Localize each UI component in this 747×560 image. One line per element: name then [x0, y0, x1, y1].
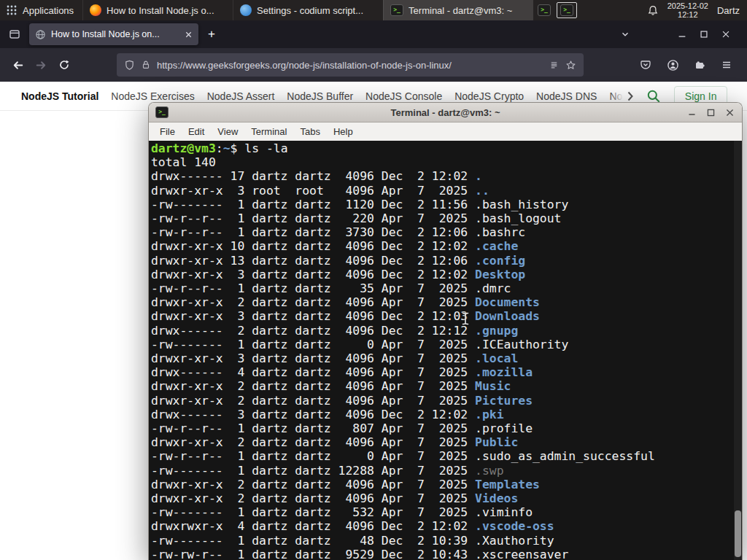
browser-tab[interactable]: How to Install Node.js on...	[29, 23, 198, 45]
tracking-protection-shield-icon[interactable]	[124, 60, 135, 71]
tray-terminal-indicator[interactable]: >_	[557, 2, 577, 18]
taskbar-button-label: How to Install Node.js o...	[107, 5, 226, 16]
toolbar-right-icons	[634, 53, 741, 77]
terminal-line: drwx------ 3 dartz dartz 4096 Dec 2 12:0…	[151, 408, 742, 421]
terminal-line: dartz@vm3:~$ ls -la	[151, 141, 742, 155]
menu-help[interactable]: Help	[327, 126, 360, 137]
terminal-screen[interactable]: dartz@vm3:~$ ls -latotal 140drwx------ 1…	[149, 141, 742, 560]
terminal-line: -rw------- 1 dartz dartz 0 Apr 7 2025 .I…	[151, 338, 742, 351]
terminal-app-icon: >_	[155, 106, 169, 118]
site-nav-item[interactable]: NodeJS Crypto	[454, 90, 524, 102]
extensions-icon[interactable]	[688, 53, 711, 77]
terminal-scrollbar-thumb[interactable]	[735, 510, 741, 557]
panel-clock[interactable]: 2025-12-02 12:12	[667, 1, 708, 20]
tab-title: How to Install Node.js on...	[51, 29, 179, 39]
search-icon[interactable]	[646, 89, 661, 104]
back-button[interactable]	[6, 53, 29, 77]
terminal-line: -rw------- 1 dartz dartz 1120 Dec 2 11:5…	[151, 198, 742, 211]
terminal-output: dartz@vm3:~$ ls -latotal 140drwx------ 1…	[149, 141, 742, 560]
menu-tabs[interactable]: Tabs	[293, 126, 326, 137]
taskbar-button-label: Settings - codium script...	[257, 5, 376, 16]
terminal-menu-bar: File Edit View Terminal Tabs Help	[149, 122, 742, 141]
terminal-line: -rw------- 1 dartz dartz 48 Dec 2 10:39 …	[151, 534, 742, 548]
terminal-line: drwxr-xr-x 13 dartz dartz 4096 Dec 2 12:…	[151, 254, 742, 268]
terminal-line: -rw-r--r-- 1 dartz dartz 35 Apr 7 2025 .…	[151, 281, 742, 295]
firefox-view-icon[interactable]	[4, 24, 25, 44]
terminal-window-controls	[687, 103, 735, 122]
tab-bar-controls	[614, 24, 743, 44]
terminal-line: drwxr-xr-x 3 dartz dartz 4096 Dec 2 12:0…	[151, 309, 742, 323]
terminal-line: drwxr-xr-x 2 dartz dartz 4096 Apr 7 2025…	[151, 394, 742, 408]
menu-hamburger-icon[interactable]	[715, 53, 738, 77]
terminal-close-button[interactable]	[725, 108, 735, 117]
browser-toolbar: https://www.geeksforgeeks.org/node-js/in…	[0, 48, 747, 82]
terminal-window-title: Terminal - dartz@vm3: ~	[149, 107, 742, 118]
terminal-line: drwxr-xr-x 2 dartz dartz 4096 Apr 7 2025…	[151, 379, 742, 393]
site-nav-item[interactable]: NodeJS Exercises	[111, 90, 194, 102]
window-minimize-button[interactable]	[671, 24, 693, 44]
clock-date: 2025-12-02	[667, 1, 708, 11]
terminal-line: drwxr-xr-x 10 dartz dartz 4096 Dec 2 12:…	[151, 239, 742, 253]
terminal-scrollbar[interactable]	[734, 141, 742, 560]
menu-view[interactable]: View	[211, 126, 244, 137]
window-close-button[interactable]	[715, 24, 737, 44]
terminal-line: drwxr-xr-x 3 root root 4096 Apr 7 2025 .…	[151, 184, 742, 198]
applications-menu[interactable]: Applications	[0, 0, 82, 20]
panel-right-area: 2025-12-02 12:12 Dartz	[647, 0, 747, 20]
terminal-line: -rw-r--r-- 1 dartz dartz 3730 Dec 2 12:0…	[151, 225, 742, 239]
terminal-line: -rw------- 1 dartz dartz 532 Apr 7 2025 …	[151, 505, 742, 519]
system-tray: >_ >_	[538, 0, 577, 20]
terminal-window: >_ Terminal - dartz@vm3: ~ File Edit Vie…	[148, 102, 743, 560]
site-nav-item[interactable]: NodeJS Tutorial	[21, 90, 98, 102]
codium-icon	[240, 4, 252, 16]
menu-file[interactable]: File	[153, 126, 182, 137]
terminal-line: -rw-rw-r-- 1 dartz dartz 9529 Dec 2 10:4…	[151, 548, 742, 560]
browser-tab-bar: How to Install Node.js on... +	[0, 20, 747, 48]
taskbar-button-browser[interactable]: How to Install Node.js o...	[82, 0, 233, 20]
url-bar[interactable]: https://www.geeksforgeeks.org/node-js/in…	[117, 53, 584, 77]
terminal-title-bar[interactable]: >_ Terminal - dartz@vm3: ~	[149, 103, 742, 122]
applications-icon	[6, 4, 18, 16]
terminal-line: drwxrwxr-x 4 dartz dartz 4096 Dec 2 12:0…	[151, 519, 742, 533]
list-all-tabs-icon[interactable]	[614, 24, 636, 44]
bookmark-star-icon[interactable]	[565, 60, 576, 71]
menu-edit[interactable]: Edit	[182, 126, 211, 137]
terminal-line: drwxr-xr-x 2 dartz dartz 4096 Apr 7 2025…	[151, 435, 742, 449]
reader-mode-icon[interactable]	[549, 60, 560, 71]
new-tab-button[interactable]: +	[201, 24, 222, 44]
site-nav-item[interactable]: NodeJS Console	[365, 90, 442, 102]
globe-favicon	[35, 29, 46, 40]
forward-button[interactable]	[29, 53, 53, 77]
terminal-maximize-button[interactable]	[706, 108, 716, 117]
terminal-line: total 140	[151, 155, 742, 169]
site-nav-item[interactable]: NodeJS Assert	[207, 90, 275, 102]
top-panel: Applications How to Install Node.js o...…	[0, 0, 747, 20]
terminal-line: drwx------ 4 dartz dartz 4096 Apr 7 2025…	[151, 365, 742, 379]
menu-terminal[interactable]: Terminal	[244, 126, 293, 137]
tray-terminal-icon[interactable]: >_	[538, 4, 551, 16]
tab-close-icon[interactable]	[185, 31, 193, 39]
terminal-minimize-button[interactable]	[687, 108, 697, 117]
clock-time: 12:12	[667, 10, 708, 20]
lock-icon[interactable]	[141, 60, 151, 70]
account-icon[interactable]	[661, 53, 684, 77]
site-nav-item[interactable]: NodeJS DNS	[536, 90, 597, 102]
terminal-line: drwxr-xr-x 2 dartz dartz 4096 Apr 7 2025…	[151, 478, 742, 491]
notification-bell-icon[interactable]	[647, 5, 659, 16]
desktop: Applications How to Install Node.js o...…	[0, 0, 747, 560]
user-menu[interactable]: Dartz	[717, 5, 740, 16]
terminal-line: -rw------- 1 dartz dartz 12288 Apr 7 202…	[151, 464, 742, 478]
taskbar-button-codium[interactable]: Settings - codium script...	[233, 0, 383, 20]
site-nav-item[interactable]: NodeJS Buffer	[287, 90, 353, 102]
taskbar-button-label: Terminal - dartz@vm3: ~	[409, 5, 527, 16]
terminal-line: -rw-r--r-- 1 dartz dartz 807 Apr 7 2025 …	[151, 421, 742, 435]
firefox-icon	[90, 4, 101, 16]
terminal-line: drwxr-xr-x 3 dartz dartz 4096 Apr 7 2025…	[151, 351, 742, 365]
taskbar-button-terminal[interactable]: >_ Terminal - dartz@vm3: ~	[383, 0, 533, 20]
nav-scroll-right-icon	[626, 90, 635, 102]
pocket-icon[interactable]	[634, 53, 657, 77]
terminal-line: -rw-r--r-- 1 dartz dartz 0 Apr 7 2025 .s…	[151, 449, 742, 463]
reload-button[interactable]	[53, 53, 76, 77]
window-maximize-button[interactable]	[693, 24, 715, 44]
terminal-icon: >_	[390, 4, 403, 16]
